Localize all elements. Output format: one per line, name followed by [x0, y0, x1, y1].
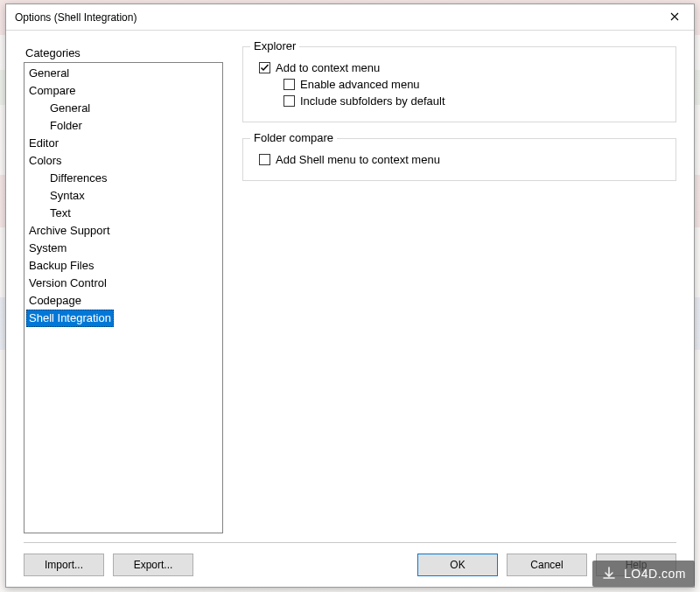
tree-item[interactable]: Codepage — [26, 292, 84, 310]
ok-button[interactable]: OK — [417, 554, 498, 576]
checkbox-icon — [259, 154, 270, 165]
checkbox-label: Enable advanced menu — [300, 78, 420, 91]
tree-item[interactable]: Backup Files — [26, 257, 96, 275]
tree-item[interactable]: Colors — [26, 152, 65, 170]
tree-item[interactable]: Archive Support — [26, 222, 113, 240]
checkbox-label: Include subfolders by default — [300, 94, 445, 108]
watermark-text: LO4D.com — [624, 567, 686, 581]
tree-item[interactable]: Syntax — [47, 187, 88, 205]
tree-item[interactable]: Folder — [47, 117, 85, 135]
checkbox-label: Add Shell menu to context menu — [276, 153, 440, 166]
close-button[interactable] — [655, 4, 694, 31]
tree-item[interactable]: Text — [47, 205, 74, 222]
download-icon — [601, 566, 617, 582]
categories-label: Categories — [25, 46, 223, 59]
main-row: Categories GeneralCompareGeneralFolderEd… — [24, 46, 676, 533]
close-icon — [670, 11, 679, 24]
options-dialog: Options (Shell Integration) Categories G… — [5, 3, 695, 588]
checkbox-label: Add to context menu — [276, 61, 380, 74]
tree-item[interactable]: General — [47, 100, 93, 117]
tree-item[interactable]: Editor — [26, 135, 61, 152]
group-folder-compare: Folder compare Add Shell menu to context… — [242, 138, 676, 181]
group-explorer-legend: Explorer — [250, 39, 299, 52]
cancel-button[interactable]: Cancel — [507, 554, 587, 576]
categories-tree[interactable]: GeneralCompareGeneralFolderEditorColorsD… — [24, 62, 223, 533]
settings-panel: Explorer Add to context menu Enable adva… — [242, 46, 676, 533]
tree-item[interactable]: Compare — [26, 82, 78, 100]
checkbox-enable-advanced-menu[interactable]: Enable advanced menu — [284, 78, 665, 91]
checkbox-add-context-menu[interactable]: Add to context menu — [259, 61, 665, 74]
checkbox-icon — [284, 95, 295, 107]
tree-item[interactable]: Shell Integration — [26, 310, 114, 327]
export-button[interactable]: Export... — [113, 554, 193, 576]
window-title: Options (Shell Integration) — [15, 11, 655, 24]
checkbox-icon — [259, 62, 270, 73]
group-folder-compare-legend: Folder compare — [250, 131, 337, 144]
separator — [24, 542, 676, 543]
checkbox-include-subfolders[interactable]: Include subfolders by default — [284, 94, 665, 108]
watermark: LO4D.com — [592, 561, 695, 587]
button-row: Import... Export... OK Cancel Help — [24, 554, 676, 576]
categories-column: Categories GeneralCompareGeneralFolderEd… — [24, 46, 223, 533]
import-button[interactable]: Import... — [24, 554, 104, 576]
tree-item[interactable]: Version Control — [26, 275, 109, 292]
group-explorer: Explorer Add to context menu Enable adva… — [242, 46, 676, 122]
checkbox-icon — [284, 79, 295, 90]
titlebar: Options (Shell Integration) — [6, 4, 694, 31]
tree-item[interactable]: System — [26, 240, 69, 257]
tree-item[interactable]: Differences — [47, 170, 110, 187]
checkbox-add-shell-menu[interactable]: Add Shell menu to context menu — [259, 153, 665, 166]
tree-item[interactable]: General — [26, 65, 72, 82]
content-area: Categories GeneralCompareGeneralFolderEd… — [6, 31, 694, 587]
